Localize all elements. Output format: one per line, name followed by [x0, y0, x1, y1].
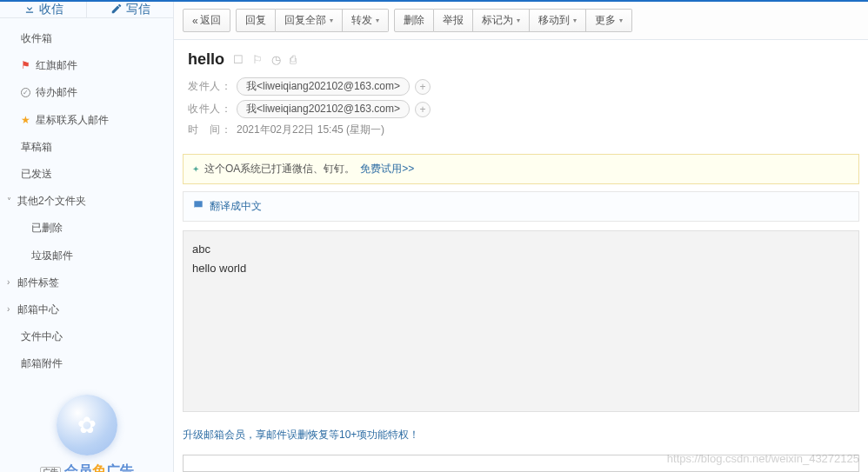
add-sender-button[interactable]: + — [415, 79, 431, 95]
upgrade-promo: 升级邮箱会员，享邮件误删恢复等10+项功能特权！ — [183, 422, 859, 448]
sidebar-item-inbox[interactable]: 收件箱 — [0, 25, 173, 52]
sidebar-item-flagged[interactable]: ⚑红旗邮件 — [0, 52, 173, 79]
sidebar-item-drafts[interactable]: 草稿箱 — [0, 134, 173, 161]
sidebar-item-other-folders[interactable]: ˅其他2个文件夹 — [0, 188, 173, 215]
star-icon: ★ — [21, 112, 30, 129]
sender-value: 我<liweiqiang202102@163.com> — [246, 79, 400, 94]
translate-link[interactable]: 翻译成中文 — [210, 199, 262, 214]
ad-badge: 广告 — [40, 467, 61, 472]
sidebar-item-label: 草稿箱 — [21, 139, 52, 156]
quick-reply-input[interactable] — [183, 455, 859, 472]
time-label: 时 间： — [188, 123, 231, 137]
oa-banner: ✦ 这个OA系统已打通微信、钉钉。 免费试用>> — [183, 154, 859, 184]
receive-button[interactable]: 收信 — [0, 2, 86, 17]
clock-outline-icon[interactable]: ◷ — [271, 53, 281, 66]
download-icon — [23, 3, 36, 17]
reply-label: 回复 — [245, 13, 266, 28]
sidebar-item-label: 邮件标签 — [17, 275, 59, 291]
sidebar-item-file-center[interactable]: 文件中心 — [0, 323, 173, 350]
more-button[interactable]: 更多▾ — [586, 9, 632, 32]
sidebar-item-mail-center[interactable]: ›邮箱中心 — [0, 296, 173, 323]
chevron-right-icon: › — [7, 302, 10, 316]
chevron-down-icon: ▾ — [619, 17, 623, 24]
sender-label: 发件人： — [188, 79, 231, 94]
oa-banner-text: 这个OA系统已打通微信、钉钉。 — [204, 162, 355, 176]
sidebar-ad[interactable]: ✿ 广告会员免广告 — [0, 384, 173, 472]
sidebar-item-label: 收件箱 — [21, 30, 52, 47]
sidebar-item-attachments[interactable]: 邮箱附件 — [0, 350, 173, 377]
time-value: 2021年02月22日 15:45 (星期一) — [237, 123, 384, 137]
reply-group: 回复 回复全部▾ 转发▾ — [236, 9, 389, 32]
back-icon: « — [192, 15, 198, 27]
reply-all-label: 回复全部 — [284, 13, 326, 28]
sidebar-item-tags[interactable]: ›邮件标签 — [0, 269, 173, 296]
ad-text: 广告会员免广告 — [0, 462, 173, 472]
chevron-down-icon: ▾ — [517, 17, 520, 24]
flag-icon: ⚑ — [21, 57, 30, 74]
translate-icon — [192, 199, 204, 214]
body-line: hello world — [192, 259, 850, 278]
clock-icon: ✓ — [21, 88, 30, 97]
toolbar: «返回 回复 回复全部▾ 转发▾ 删除 举报 标记为▾ 移动到▾ 更多▾ — [174, 2, 868, 40]
mark-as-button[interactable]: 标记为▾ — [473, 9, 530, 32]
compose-label: 写信 — [126, 2, 150, 17]
recipient-chip[interactable]: 我<liweiqiang202102@163.com> — [237, 100, 410, 118]
back-button[interactable]: «返回 — [183, 9, 230, 32]
sidebar-item-label: 星标联系人邮件 — [36, 112, 109, 129]
sidebar-item-label: 其他2个文件夹 — [17, 193, 86, 209]
chevron-down-icon: ▾ — [376, 17, 379, 24]
main-panel: «返回 回复 回复全部▾ 转发▾ 删除 举报 标记为▾ 移动到▾ 更多▾ hel… — [174, 2, 868, 472]
compose-button[interactable]: 写信 — [86, 2, 173, 17]
move-to-label: 移动到 — [538, 13, 570, 28]
back-label: 返回 — [200, 13, 221, 28]
sidebar-item-label: 已删除 — [31, 220, 63, 236]
action-group: 删除 举报 标记为▾ 移动到▾ 更多▾ — [394, 9, 632, 32]
recipient-value: 我<liweiqiang202102@163.com> — [246, 102, 400, 116]
sparkle-icon: ✦ — [192, 164, 199, 174]
more-label: 更多 — [595, 13, 616, 28]
sender-chip[interactable]: 我<liweiqiang202102@163.com> — [237, 77, 410, 96]
mark-as-label: 标记为 — [482, 13, 513, 28]
sidebar-item-sent[interactable]: 已发送 — [0, 161, 173, 188]
chevron-down-icon: ˅ — [7, 195, 11, 209]
compose-icon — [110, 3, 123, 17]
sidebar-item-todo[interactable]: ✓待办邮件 — [0, 79, 173, 106]
translate-banner[interactable]: 翻译成中文 — [183, 191, 859, 222]
oa-banner-link[interactable]: 免费试用>> — [360, 162, 414, 176]
sidebar-item-label: 邮箱附件 — [21, 356, 63, 372]
sidebar-item-label: 垃圾邮件 — [31, 248, 73, 264]
reply-button[interactable]: 回复 — [236, 9, 276, 32]
sidebar-item-spam[interactable]: 垃圾邮件 — [0, 243, 173, 269]
sidebar-item-label: 邮箱中心 — [17, 302, 59, 318]
message-header: hello ☐ ⚐ ◷ ⎙ 发件人： 我<liweiqiang202102@16… — [174, 40, 868, 150]
sidebar-item-deleted[interactable]: 已删除 — [0, 215, 173, 242]
sidebar-list: 收件箱 ⚑红旗邮件 ✓待办邮件 ★星标联系人邮件 草稿箱 已发送 ˅其他2个文件… — [0, 18, 173, 384]
ad-orb-icon: ✿ — [57, 395, 117, 455]
print-icon[interactable]: ⎙ — [290, 53, 297, 66]
delete-label: 删除 — [404, 13, 424, 28]
forward-label: 转发 — [351, 13, 372, 28]
subject: hello — [188, 50, 224, 69]
receive-label: 收信 — [39, 2, 63, 17]
sidebar-item-label: 文件中心 — [21, 329, 63, 345]
move-to-button[interactable]: 移动到▾ — [530, 9, 586, 32]
bookmark-icon[interactable]: ☐ — [233, 53, 244, 66]
flag-outline-icon[interactable]: ⚐ — [252, 53, 263, 66]
body-line: abc — [192, 240, 850, 259]
delete-button[interactable]: 删除 — [394, 9, 434, 32]
chevron-down-icon: ▾ — [573, 17, 577, 24]
sidebar-item-label: 待办邮件 — [36, 84, 77, 101]
reply-all-button[interactable]: 回复全部▾ — [276, 9, 343, 32]
sidebar-item-starred[interactable]: ★星标联系人邮件 — [0, 107, 173, 134]
sidebar-item-label: 红旗邮件 — [36, 57, 77, 74]
report-button[interactable]: 举报 — [434, 9, 473, 32]
sidebar-top-actions: 收信 写信 — [0, 2, 173, 18]
forward-button[interactable]: 转发▾ — [343, 9, 389, 32]
sidebar: 收信 写信 收件箱 ⚑红旗邮件 ✓待办邮件 ★星标联系人邮件 草稿箱 已发送 ˅… — [0, 2, 174, 472]
chevron-down-icon: ▾ — [330, 17, 333, 24]
upgrade-link[interactable]: 升级邮箱会员，享邮件误删恢复等10+项功能特权！ — [183, 429, 419, 441]
sidebar-item-label: 已发送 — [21, 166, 52, 183]
recipient-label: 收件人： — [188, 102, 231, 116]
message-body: abc hello world — [183, 230, 859, 412]
add-recipient-button[interactable]: + — [415, 102, 431, 117]
